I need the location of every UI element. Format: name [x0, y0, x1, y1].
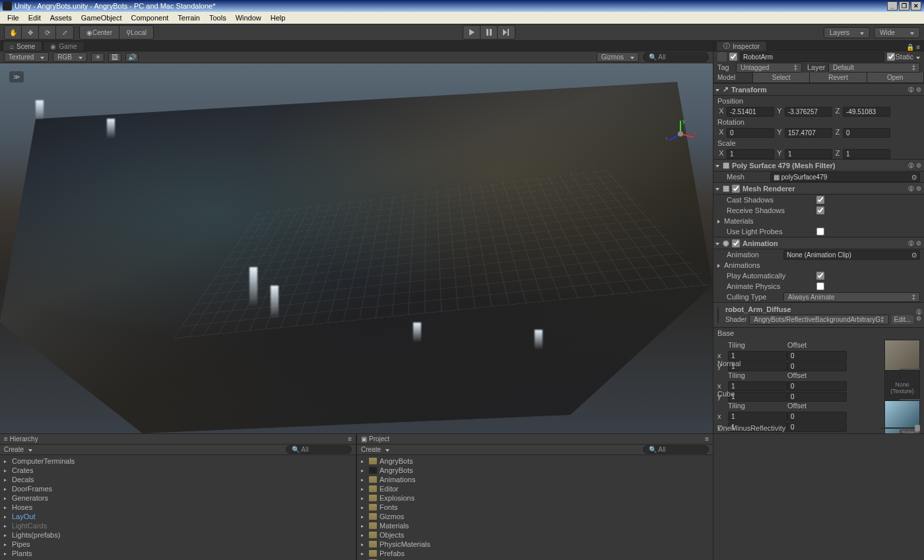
meshrenderer-enable[interactable] — [732, 185, 740, 193]
foldout-icon[interactable]: ▸ — [361, 458, 366, 464]
gizmos-dropdown[interactable]: Gizmos — [597, 52, 639, 62]
culling-dropdown[interactable]: Always Animate‡ — [783, 292, 920, 302]
project-item[interactable]: ▸Animations — [357, 475, 713, 484]
project-item[interactable]: ▸Objects — [357, 530, 713, 540]
inspector-lock-icon[interactable]: 🔒 ≡ — [902, 44, 924, 51]
project-item[interactable]: ▸Editor — [357, 484, 713, 493]
tab-scene[interactable]: ⌂Scene — [3, 41, 42, 51]
maximize-button[interactable]: ❐ — [899, 1, 909, 11]
cast-shadows-checkbox[interactable] — [816, 196, 824, 204]
foldout-icon[interactable]: ▸ — [4, 468, 9, 474]
foldout-icon[interactable]: ▸ — [4, 495, 9, 501]
scale-z[interactable] — [843, 149, 890, 159]
scene-audio-toggle[interactable]: 🖼 — [108, 53, 121, 62]
project-item[interactable]: ▸Explosions — [357, 493, 713, 503]
component-menu-icon[interactable]: 🛈 ⚙ — [908, 86, 921, 93]
recv-shadows-checkbox[interactable] — [816, 206, 824, 214]
foldout-icon[interactable]: ▸ — [4, 505, 9, 511]
orientation-gizmo[interactable]: y x z — [664, 117, 697, 150]
project-item[interactable]: ▸Materials — [357, 521, 713, 530]
menu-help[interactable]: Help — [266, 13, 290, 23]
position-z[interactable] — [843, 107, 890, 117]
move-tool[interactable]: ✥ — [22, 26, 39, 39]
project-item[interactable]: ▸PhysicMaterials — [357, 540, 713, 549]
hierarchy-item[interactable]: ▸LightCards — [0, 521, 356, 530]
close-button[interactable]: ✕ — [911, 1, 921, 11]
hierarchy-item[interactable]: ▸Plants — [0, 549, 356, 558]
project-create[interactable]: Create — [361, 446, 389, 453]
menu-window[interactable]: Window — [231, 13, 266, 23]
light-probes-checkbox[interactable] — [816, 228, 824, 235]
pivot-center[interactable]: ◉ Center — [80, 26, 119, 39]
hierarchy-item[interactable]: ▸DoorFrames — [0, 484, 356, 493]
menu-gameobject[interactable]: GameObject — [77, 13, 127, 23]
scene-light-toggle[interactable]: ☀ — [91, 53, 104, 62]
shader-dropdown[interactable]: AngryBots/ReflectiveBackgroundArbitraryG… — [749, 315, 888, 325]
foldout-icon[interactable] — [716, 86, 720, 94]
project-item[interactable]: ▸AngryBots — [357, 456, 713, 466]
foldout-icon[interactable]: ▸ — [361, 486, 366, 492]
scene-viewport[interactable]: ≫ y x z — [0, 63, 713, 433]
foldout-icon[interactable] — [716, 239, 720, 247]
tag-dropdown[interactable]: Untagged‡ — [736, 63, 802, 73]
scale-tool[interactable]: ⤢ — [56, 26, 73, 39]
layer-dropdown[interactable]: Default‡ — [828, 63, 920, 73]
animate-physics-checkbox[interactable] — [816, 282, 824, 290]
foldout-icon[interactable]: ▸ — [361, 514, 366, 520]
pivot-local[interactable]: ⚲ Local — [119, 26, 153, 39]
hand-tool[interactable]: ✋ — [5, 26, 22, 39]
foldout-icon[interactable]: ▸ — [361, 495, 366, 501]
foldout-icon[interactable]: ▸ — [361, 477, 366, 483]
rotation-x[interactable] — [727, 128, 774, 138]
prefab-select-button[interactable]: Select — [753, 73, 810, 82]
hierarchy-item[interactable]: ▸Decals — [0, 475, 356, 484]
foldout-icon[interactable]: ▸ — [361, 505, 366, 511]
menu-component[interactable]: Component — [126, 13, 173, 23]
hierarchy-item[interactable]: ▸Hoses — [0, 503, 356, 512]
rotate-tool[interactable]: ⟳ — [39, 26, 56, 39]
render-mode[interactable]: RGB — [53, 52, 87, 62]
foldout-icon[interactable]: ▸ — [4, 477, 9, 483]
foldout-icon[interactable]: ▸ — [4, 458, 9, 464]
hierarchy-item[interactable]: ▸LayOut — [0, 512, 356, 521]
foldout-icon[interactable]: ▸ — [4, 523, 9, 529]
play-auto-checkbox[interactable] — [816, 272, 824, 280]
component-menu-icon[interactable]: 🛈 ⚙ — [908, 162, 921, 169]
foldout-icon[interactable]: ▸ — [4, 551, 9, 557]
foldout-icon[interactable]: ▸ — [361, 542, 366, 547]
layout-dropdown[interactable]: Wide — [874, 27, 920, 38]
foldout-icon[interactable] — [716, 185, 720, 193]
scene-fx-toggle[interactable]: 🔊 — [125, 53, 139, 62]
project-item[interactable]: ▸Fonts — [357, 503, 713, 512]
scale-x[interactable] — [727, 149, 774, 159]
foldout-icon[interactable]: ▸ — [4, 542, 9, 547]
rotation-z[interactable] — [843, 128, 890, 138]
menu-assets[interactable]: Assets — [46, 13, 77, 23]
project-item[interactable]: ▸Gizmos — [357, 512, 713, 521]
foldout-icon[interactable]: ▸ — [361, 532, 366, 538]
tab-inspector[interactable]: ⓘInspector — [716, 41, 767, 51]
project-item[interactable]: ▸Prefabs — [357, 549, 713, 558]
animation-clip-field[interactable]: None (Animation Clip)⊙ — [783, 250, 920, 260]
project-search[interactable]: 🔍 All — [643, 445, 709, 454]
panel-menu-icon[interactable]: ≡ — [705, 435, 709, 443]
hierarchy-item[interactable]: ▸ComputerTerminals — [0, 456, 356, 466]
shader-edit-button[interactable]: Edit... — [892, 315, 914, 324]
prefab-revert-button[interactable]: Revert — [810, 73, 867, 82]
hierarchy-create[interactable]: Create — [4, 446, 32, 453]
panel-menu-icon[interactable]: ≡ — [348, 435, 352, 443]
scene-search[interactable]: 🔍 All — [643, 52, 709, 62]
foldout-icon[interactable]: ▸ — [4, 486, 9, 492]
foldout-icon[interactable]: ▸ — [4, 514, 9, 520]
cube-tiling-x[interactable] — [728, 412, 787, 421]
foldout-icon[interactable]: ▸ — [361, 523, 366, 529]
project-item[interactable]: ▸AngryBots — [357, 466, 713, 475]
menu-terrain[interactable]: Terrain — [173, 13, 205, 23]
foldout-icon[interactable] — [716, 162, 720, 170]
menu-tools[interactable]: Tools — [205, 13, 231, 23]
hierarchy-search[interactable]: 🔍 All — [286, 445, 352, 454]
hierarchy-item[interactable]: ▸Pipes — [0, 540, 356, 549]
scale-y[interactable] — [785, 149, 832, 159]
gameobject-active-checkbox[interactable] — [729, 53, 737, 61]
foldout-icon[interactable]: ▸ — [361, 468, 366, 474]
